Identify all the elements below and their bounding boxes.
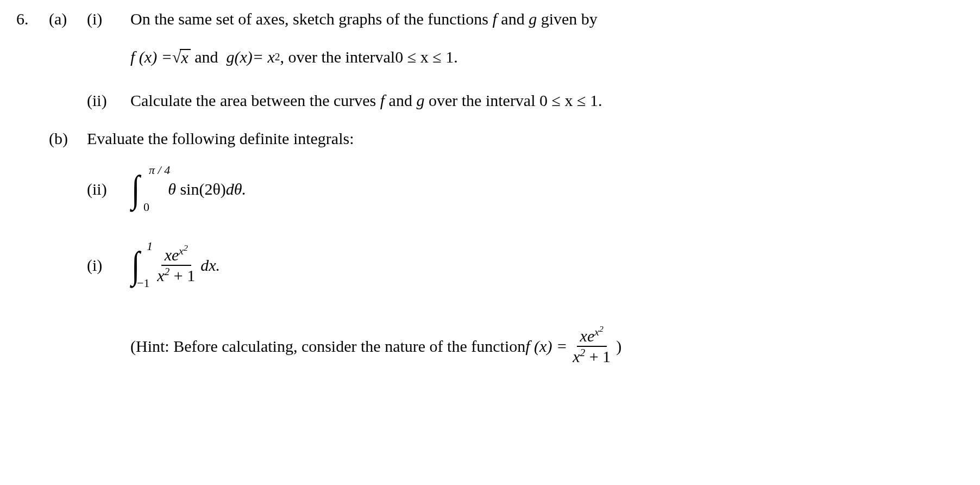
- b-i-upper: 1: [147, 239, 153, 253]
- a-ii-g: g: [416, 91, 424, 109]
- b-i-dx: dx.: [200, 256, 220, 275]
- b-i-lower: −1: [137, 276, 149, 290]
- b-ii-roman: (ii): [87, 180, 130, 198]
- eq-interval: 0 ≤ x ≤ 1: [395, 48, 454, 66]
- subpart-roman-ii: (ii): [87, 91, 130, 110]
- hint-close: ): [616, 337, 621, 356]
- part-letter-b: (b): [49, 129, 87, 148]
- b-i-roman: (i): [87, 256, 130, 275]
- part-letter-a: (a): [49, 10, 87, 28]
- eq-period: .: [454, 48, 458, 66]
- integral-sign-wrap: ∫ π / 4 0: [130, 167, 141, 211]
- integral-sign-wrap-2: ∫ 1 −1: [130, 244, 141, 287]
- row-b-ii: (ii) ∫ π / 4 0 θ sin(2θ) dθ.: [87, 167, 958, 211]
- sqrt-arg: x: [180, 49, 190, 65]
- hint-den-a: x: [573, 347, 580, 365]
- hint-pre: (Hint: Before calculating, consider the …: [130, 337, 525, 356]
- a-ii-period: .: [598, 91, 602, 109]
- b-i-num-exp-pow: 2: [184, 243, 188, 252]
- hint-den-rest: + 1: [585, 347, 611, 365]
- row-b: (b) Evaluate the following definite inte…: [16, 129, 958, 148]
- integral-icon: ∫: [131, 167, 140, 211]
- hint-num-exp-base: x: [594, 326, 599, 338]
- hint-f: f (x) =: [525, 337, 567, 356]
- a-i-equation: f (x) = √ x and g(x)= x2 , over the inte…: [130, 48, 958, 66]
- b-i-den-rest: + 1: [169, 266, 195, 284]
- a-i-mid: and: [497, 10, 529, 28]
- b-ii-spacer: [176, 180, 180, 198]
- b-i-num-exp-base: x: [179, 245, 184, 257]
- eq-f-lhs: f (x) =: [130, 48, 172, 66]
- row-b-i: (i) ∫ 1 −1 xex2 x2 + 1 dx.: [87, 244, 958, 287]
- a-i-f: f: [493, 10, 497, 28]
- subpart-roman-i: (i): [87, 10, 130, 28]
- b-ii-theta: θ: [168, 180, 176, 198]
- b-i-den-a: x: [157, 266, 164, 284]
- a-ii-mid: and: [385, 91, 416, 109]
- a-ii-pre: Calculate the area between the curves: [130, 91, 380, 109]
- a-ii-text: Calculate the area between the curves f …: [130, 91, 958, 110]
- sqrt-icon: √ x: [172, 49, 191, 65]
- eq-g: g(x)= x: [227, 48, 275, 66]
- question-number: 6.: [16, 10, 49, 28]
- integral-b-i: ∫ 1 −1 xex2 x2 + 1 dx.: [130, 244, 220, 287]
- b-i-denominator: x2 + 1: [154, 266, 198, 285]
- eq-interval-pre: , over the interval: [280, 48, 395, 66]
- eq-interval-text: 0 ≤ x ≤ 1: [395, 48, 454, 66]
- a-i-text: On the same set of axes, sketch graphs o…: [130, 10, 958, 28]
- a-ii-post: over the interval: [424, 91, 539, 109]
- b-ii-sin: sin(2θ): [180, 180, 225, 198]
- b-ii-dtheta: dθ.: [226, 180, 246, 198]
- integral-b-ii: ∫ π / 4 0 θ sin(2θ) dθ.: [130, 167, 246, 211]
- row-a-ii: (ii) Calculate the area between the curv…: [16, 91, 958, 110]
- hint-den-exp: 2: [580, 347, 585, 358]
- row-6-a-i: 6. (a) (i) On the same set of axes, sket…: [16, 10, 958, 28]
- b-intro: Evaluate the following definite integral…: [87, 129, 958, 148]
- eq-and: and: [191, 48, 227, 66]
- b-i-den-exp: 2: [165, 266, 170, 277]
- b-ii-upper: π / 4: [149, 163, 170, 177]
- b-ii-lower: 0: [143, 200, 149, 214]
- hint-numerator: xex2: [577, 326, 607, 347]
- row-hint: (Hint: Before calculating, consider the …: [130, 326, 958, 366]
- a-i-line1-pre: On the same set of axes, sketch graphs o…: [130, 10, 493, 28]
- exam-question-6: 6. (a) (i) On the same set of axes, sket…: [0, 0, 980, 394]
- hint-num-exp: x2: [594, 326, 603, 338]
- a-i-g: g: [529, 10, 537, 28]
- a-ii-interval: 0 ≤ x ≤ 1: [539, 91, 598, 109]
- hint-num-a: xe: [580, 327, 595, 345]
- hint-denominator: x2 + 1: [569, 347, 614, 366]
- hint-fraction: xex2 x2 + 1: [569, 326, 614, 366]
- b-i-numerator: xex2: [161, 245, 191, 266]
- b-i-num-a: xe: [165, 246, 179, 264]
- b-i-num-exp: x2: [179, 245, 187, 257]
- b-i-fraction: xex2 x2 + 1: [154, 245, 198, 285]
- a-ii-f: f: [380, 91, 385, 109]
- hint-num-exp-pow: 2: [599, 324, 604, 333]
- b-i-integral: ∫ 1 −1 xex2 x2 + 1 dx.: [130, 244, 958, 287]
- a-i-post: given by: [537, 10, 598, 28]
- b-ii-integral: ∫ π / 4 0 θ sin(2θ) dθ.: [130, 167, 958, 211]
